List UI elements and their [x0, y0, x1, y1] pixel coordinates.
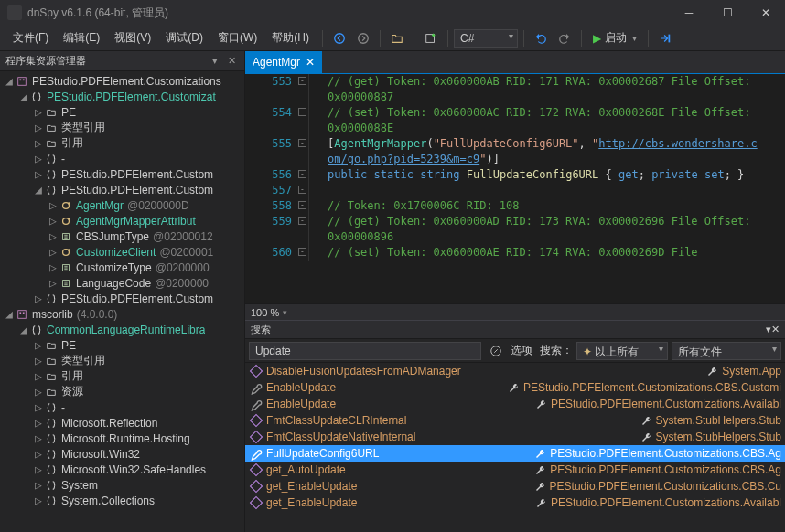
tree-node[interactable]: ◢PEStudio.PDFElement.Custom [0, 182, 244, 197]
code-editor[interactable]: 553-// (get) Token: 0x060000AB RID: 171 … [245, 73, 785, 303]
search-result[interactable]: EnableUpdatePEStudio.PDFElement.Customiz… [245, 379, 785, 396]
code-text[interactable]: // (set) Token: 0x060000AE RID: 174 RVA:… [309, 245, 698, 261]
expand-icon[interactable]: ▷ [48, 198, 59, 212]
open-icon[interactable] [388, 29, 406, 48]
editor-tab[interactable]: AgentMgr ✕ [245, 51, 322, 73]
search-result[interactable]: EnableUpdatePEStudio.PDFElement.Customiz… [245, 396, 785, 412]
expand-icon[interactable]: ▷ [33, 431, 44, 445]
code-text[interactable]: // (set) Token: 0x060000AC RID: 172 RVA:… [309, 105, 758, 136]
expand-icon[interactable]: ▷ [33, 121, 44, 134]
tree-node[interactable]: ▷System [0, 477, 244, 493]
expand-icon[interactable]: ◢ [33, 183, 44, 197]
menu-item[interactable]: 调试(D) [158, 27, 210, 49]
expand-icon[interactable]: ▷ [33, 152, 44, 165]
tree-node[interactable]: ▷PEStudio.PDFElement.Custom [0, 291, 244, 306]
expand-icon[interactable]: ▷ [33, 400, 44, 414]
expand-icon[interactable]: ▷ [33, 463, 44, 476]
tree-node[interactable]: ▷AgentMgr@0200000D [0, 197, 244, 213]
code-text[interactable]: // Token: 0x1700006C RID: 108 [309, 198, 520, 214]
tree-node[interactable]: ▷类型引用 [0, 353, 244, 368]
tree-node[interactable]: ▷Microsoft.Reflection [0, 415, 244, 431]
tree-node[interactable]: ▷- [0, 399, 244, 415]
expand-icon[interactable]: ▷ [33, 105, 44, 119]
redo-icon[interactable] [555, 29, 574, 48]
panel-dropdown-icon[interactable]: ▾ [208, 54, 222, 69]
tree-node[interactable]: ▷- [0, 151, 244, 166]
tree-node[interactable]: ▷LanguageCode@0200000 [0, 275, 244, 291]
expand-icon[interactable]: ▷ [33, 167, 44, 181]
tab-close-icon[interactable]: ✕ [306, 56, 315, 69]
search-options-icon[interactable] [487, 342, 505, 360]
tree-node[interactable]: ▷CustomizeType@0200000 [0, 260, 244, 275]
step-icon[interactable] [656, 29, 674, 48]
expand-icon[interactable]: ▷ [33, 354, 44, 367]
expand-icon[interactable]: ▷ [48, 245, 59, 259]
expand-icon[interactable]: ▷ [33, 292, 44, 305]
search-input[interactable] [249, 342, 481, 360]
run-button[interactable]: ▶ 启动 ▾ [587, 28, 642, 48]
expand-icon[interactable]: ▷ [48, 276, 59, 290]
expand-icon[interactable]: ▷ [33, 478, 44, 492]
search-scope-combo[interactable]: ✦以上所有 [576, 342, 668, 360]
tree-node[interactable]: ◢CommonLanguageRuntimeLibra [0, 322, 244, 337]
tree-node[interactable]: ▷AgentMgrMapperAttribut [0, 213, 244, 229]
search-result[interactable]: FmtClassUpdateCLRInternalSystem.StubHelp… [245, 412, 785, 429]
expand-icon[interactable]: ▷ [33, 385, 44, 399]
panel-close-icon[interactable]: ✕ [224, 54, 239, 69]
expand-icon[interactable]: ▷ [33, 136, 44, 150]
search-result[interactable]: get_EnableUpdatePEStudio.PDFElement.Cust… [245, 495, 785, 511]
maximize-button[interactable]: ☐ [708, 0, 747, 26]
search-result[interactable]: get_AutoUpdatePEStudio.PDFElement.Custom… [245, 462, 785, 478]
undo-icon[interactable] [532, 29, 550, 48]
expand-icon[interactable]: ◢ [18, 90, 29, 103]
search-files-combo[interactable]: 所有文件 [672, 342, 781, 360]
tree-node[interactable]: ▷资源 [0, 384, 244, 399]
tree-node[interactable]: ▷PE [0, 337, 244, 353]
tree-node[interactable]: ▷Microsoft.Runtime.Hosting [0, 431, 244, 446]
tree-node[interactable]: ▷PE [0, 104, 244, 120]
search-result[interactable]: FmtClassUpdateNativeInternalSystem.StubH… [245, 429, 785, 445]
expand-icon[interactable]: ▷ [48, 229, 59, 243]
expand-icon[interactable]: ▷ [33, 369, 44, 383]
search-results[interactable]: DisableFusionUpdatesFromADManagerSystem.… [245, 363, 785, 532]
expand-icon[interactable]: ◢ [4, 307, 15, 321]
assembly-tree[interactable]: ◢PEStudio.PDFElement.Customizations◢PESt… [0, 71, 244, 532]
tree-node[interactable]: ▷CustomizeClient@0200001 [0, 244, 244, 260]
expand-icon[interactable]: ▷ [33, 447, 44, 461]
new-tab-icon[interactable] [422, 29, 440, 48]
tree-node[interactable]: ◢PEStudio.PDFElement.Customizations [0, 73, 244, 89]
menu-item[interactable]: 视图(V) [107, 27, 158, 49]
expand-icon[interactable]: ◢ [4, 74, 15, 88]
tree-node[interactable]: ▷引用 [0, 135, 244, 151]
menu-item[interactable]: 文件(F) [5, 27, 56, 49]
tree-node[interactable]: ◢mscorlib(4.0.0.0) [0, 306, 244, 322]
tree-node[interactable]: ▷CBSJumpType@02000012 [0, 229, 244, 244]
back-icon[interactable] [330, 29, 349, 48]
code-text[interactable]: [AgentMgrMapper("FullUpdateConfig6URL", … [309, 136, 758, 167]
minimize-button[interactable]: ─ [670, 0, 708, 26]
code-text[interactable]: public static string FullUpdateConfig6UR… [309, 167, 744, 183]
tree-node[interactable]: ▷System.Collections [0, 493, 244, 508]
search-close-icon[interactable]: ✕ [771, 324, 780, 335]
search-result[interactable]: get_EnableUpdatePEStudio.PDFElement.Cust… [245, 478, 785, 495]
expand-icon[interactable]: ◢ [18, 323, 29, 336]
expand-icon[interactable]: ▷ [33, 416, 44, 430]
tree-node[interactable]: ▷Microsoft.Win32 [0, 446, 244, 462]
language-combo[interactable]: C# [454, 29, 518, 48]
tree-node[interactable]: ▷Microsoft.Win32.SafeHandles [0, 462, 244, 477]
expand-icon[interactable]: ▷ [48, 214, 59, 228]
code-zoom[interactable]: 100 % ▾ [245, 303, 785, 320]
code-text[interactable]: // (get) Token: 0x060000AB RID: 171 RVA:… [309, 74, 758, 105]
expand-icon[interactable]: ▷ [48, 261, 59, 274]
code-text[interactable] [309, 183, 328, 198]
menu-item[interactable]: 编辑(E) [56, 27, 107, 49]
code-text[interactable]: // (get) Token: 0x060000AD RID: 173 RVA:… [309, 214, 758, 245]
tree-node[interactable]: ▷引用 [0, 368, 244, 384]
expand-icon[interactable]: ▷ [33, 494, 44, 507]
tree-node[interactable]: ◢PEStudio.PDFElement.Customizat [0, 89, 244, 104]
tree-node[interactable]: ▷类型引用 [0, 120, 244, 135]
search-result[interactable]: DisableFusionUpdatesFromADManagerSystem.… [245, 363, 785, 379]
menu-item[interactable]: 窗口(W) [210, 27, 264, 49]
menu-item[interactable]: 帮助(H) [264, 27, 317, 49]
tree-node[interactable]: ▷PEStudio.PDFElement.Custom [0, 166, 244, 182]
